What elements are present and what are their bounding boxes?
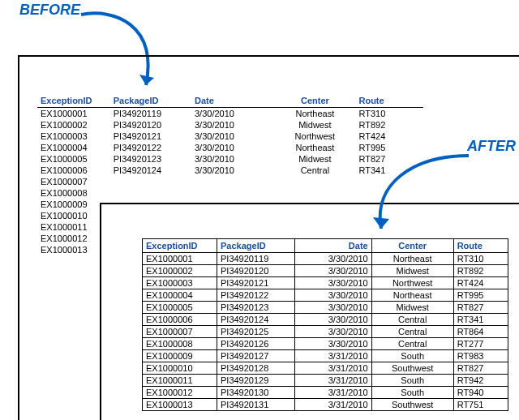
after-cell-ex: EX1000008 bbox=[143, 338, 217, 350]
after-cell-ex: EX1000011 bbox=[143, 375, 217, 387]
before-cell-ex: EX1000005 bbox=[37, 153, 110, 165]
after-cell-pkg: PI34920125 bbox=[217, 326, 294, 338]
after-cell-rt: RT864 bbox=[453, 326, 508, 338]
after-cell-date: 3/30/2010 bbox=[295, 277, 371, 289]
table-row: EX1000001PI349201193/30/2010NortheastRT3… bbox=[37, 108, 423, 120]
after-cell-pkg: PI34920131 bbox=[217, 399, 294, 411]
canvas: { "labels": { "before": "BEFORE", "after… bbox=[0, 0, 519, 420]
after-cell-ctr: Central bbox=[371, 338, 453, 350]
before-cell-pkg: PI34920121 bbox=[110, 131, 191, 142]
before-cell-rt: RT341 bbox=[355, 165, 423, 176]
table-row: EX1000012PI349201303/31/2010SouthRT940 bbox=[143, 387, 508, 399]
before-cell-pkg: PI34920124 bbox=[110, 165, 191, 176]
before-cell-date: 3/30/2010 bbox=[191, 165, 274, 176]
after-table-wrap: ExceptionID PackageID Date Center Route … bbox=[142, 238, 508, 411]
after-cell-ctr: South bbox=[371, 387, 453, 399]
before-cell-rt: RT827 bbox=[355, 153, 423, 165]
before-cell-pkg: PI34920122 bbox=[110, 142, 191, 153]
after-th-route: Route bbox=[453, 239, 508, 253]
before-cell-date: 3/30/2010 bbox=[191, 142, 274, 153]
after-cell-pkg: PI34920130 bbox=[217, 387, 294, 399]
table-row: EX1000005PI349201233/30/2010MidwestRT827 bbox=[37, 153, 423, 165]
table-row: EX1000002PI349201203/30/2010MidwestRT892 bbox=[37, 119, 423, 131]
before-cell-ctr: Midwest bbox=[274, 153, 355, 165]
after-cell-ex: EX1000004 bbox=[143, 289, 217, 302]
table-row: EX1000008 bbox=[37, 187, 423, 199]
after-cell-rt: RT310 bbox=[453, 253, 508, 265]
after-cell-pkg: PI34920126 bbox=[217, 338, 294, 350]
after-cell-rt: RT942 bbox=[453, 375, 508, 387]
before-cell-ex: EX1000004 bbox=[37, 142, 110, 153]
before-cell-rt: RT892 bbox=[355, 119, 423, 131]
after-cell-date: 3/31/2010 bbox=[295, 399, 371, 411]
before-th-route: Route bbox=[355, 94, 423, 108]
table-row: EX1000010PI349201283/31/2010SouthwestRT8… bbox=[143, 362, 508, 375]
after-cell-ex: EX1000006 bbox=[143, 314, 217, 326]
after-cell-date: 3/31/2010 bbox=[295, 387, 371, 399]
after-cell-date: 3/30/2010 bbox=[295, 253, 371, 265]
after-cell-date: 3/30/2010 bbox=[295, 302, 371, 314]
after-cell-pkg: PI34920128 bbox=[217, 362, 294, 375]
after-cell-pkg: PI34920120 bbox=[217, 265, 294, 277]
after-label: AFTER bbox=[467, 138, 516, 155]
table-row: EX1000005PI349201233/30/2010MidwestRT827 bbox=[143, 302, 508, 314]
after-cell-ctr: Southwest bbox=[371, 399, 453, 411]
after-cell-rt: RT424 bbox=[453, 277, 508, 289]
after-cell-rt: RT341 bbox=[453, 314, 508, 326]
after-cell-ex: EX1000009 bbox=[143, 350, 217, 362]
before-cell-ctr: Midwest bbox=[274, 119, 355, 131]
after-cell-ctr: Southwest bbox=[371, 362, 453, 375]
after-cell-rt: RT892 bbox=[453, 265, 508, 277]
before-cell-ctr: Northwest bbox=[274, 131, 355, 142]
before-th-date: Date bbox=[191, 94, 274, 108]
after-cell-ex: EX1000005 bbox=[143, 302, 217, 314]
after-cell-ex: EX1000002 bbox=[143, 265, 217, 277]
after-cell-ctr: Northeast bbox=[371, 289, 453, 302]
after-cell-ctr: South bbox=[371, 375, 453, 387]
after-cell-date: 3/30/2010 bbox=[295, 314, 371, 326]
after-cell-date: 3/31/2010 bbox=[295, 350, 371, 362]
after-cell-date: 3/31/2010 bbox=[295, 375, 371, 387]
before-th-exception: ExceptionID bbox=[37, 94, 110, 108]
before-cell-date bbox=[191, 176, 274, 187]
before-cell-date: 3/30/2010 bbox=[191, 131, 274, 142]
before-cell-ex: EX1000002 bbox=[37, 119, 110, 131]
after-cell-ctr: Midwest bbox=[371, 302, 453, 314]
table-row: EX1000004PI349201223/30/2010NortheastRT9… bbox=[37, 142, 423, 153]
before-cell-ctr bbox=[274, 187, 355, 199]
table-row: EX1000009PI349201273/31/2010SouthRT983 bbox=[143, 350, 508, 362]
after-th-center: Center bbox=[371, 239, 453, 253]
after-cell-pkg: PI34920121 bbox=[217, 277, 294, 289]
after-cell-pkg: PI34920127 bbox=[217, 350, 294, 362]
before-cell-ex: EX1000001 bbox=[37, 108, 110, 120]
before-cell-date bbox=[191, 187, 274, 199]
before-cell-rt bbox=[355, 176, 423, 187]
after-cell-ctr: Central bbox=[371, 326, 453, 338]
after-cell-ctr: South bbox=[371, 350, 453, 362]
before-cell-pkg: PI34920119 bbox=[110, 108, 191, 120]
before-cell-ctr: Central bbox=[274, 165, 355, 176]
before-cell-date: 3/30/2010 bbox=[191, 153, 274, 165]
after-cell-ex: EX1000007 bbox=[143, 326, 217, 338]
before-cell-rt bbox=[355, 187, 423, 199]
table-row: EX1000006PI349201243/30/2010CentralRT341 bbox=[143, 314, 508, 326]
table-row: EX1000007 bbox=[37, 176, 423, 187]
table-row: EX1000003PI349201213/30/2010NorthwestRT4… bbox=[37, 131, 423, 142]
before-cell-ctr bbox=[274, 176, 355, 187]
after-cell-ctr: Central bbox=[371, 314, 453, 326]
before-th-center: Center bbox=[274, 94, 355, 108]
before-cell-rt: RT310 bbox=[355, 108, 423, 120]
after-cell-rt: RT827 bbox=[453, 302, 508, 314]
after-cell-pkg: PI34920119 bbox=[217, 253, 294, 265]
after-cell-ctr: Northeast bbox=[371, 253, 453, 265]
before-cell-ex: EX1000008 bbox=[37, 187, 110, 199]
after-cell-rt: RT751 bbox=[453, 399, 508, 411]
after-cell-ex: EX1000010 bbox=[143, 362, 217, 375]
before-cell-pkg: PI34920123 bbox=[110, 153, 191, 165]
after-cell-date: 3/30/2010 bbox=[295, 289, 371, 302]
table-row: EX1000006PI349201243/30/2010CentralRT341 bbox=[37, 165, 423, 176]
after-cell-ctr: Midwest bbox=[371, 265, 453, 277]
before-label: BEFORE bbox=[19, 2, 80, 19]
after-cell-pkg: PI34920129 bbox=[217, 375, 294, 387]
after-th-exception: ExceptionID bbox=[143, 239, 217, 253]
